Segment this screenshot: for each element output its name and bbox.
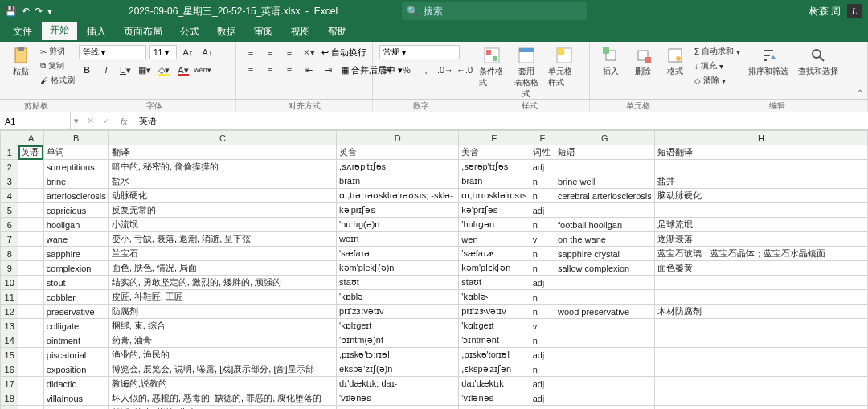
cell[interactable] [18, 232, 43, 247]
border-button[interactable]: ▦▾ [137, 63, 153, 77]
spreadsheet-grid[interactable]: ABCDEFGH1英语单词翻译英音美音词性短语短语翻译2surreptitiou… [0, 130, 868, 409]
name-box[interactable] [0, 112, 71, 129]
cell[interactable]: n [530, 247, 555, 261]
cell[interactable]: 词性 [530, 145, 555, 160]
tab-公式[interactable]: 公式 [172, 22, 207, 42]
row-header[interactable]: 8 [1, 247, 18, 261]
cell[interactable] [18, 160, 43, 174]
row-header[interactable]: 2 [1, 160, 18, 174]
cell[interactable]: adj [530, 348, 555, 362]
cell[interactable]: adj [530, 391, 555, 406]
cell[interactable]: daɪ'dæktɪk [459, 377, 530, 391]
cell[interactable]: ɪn'daɪt [459, 406, 530, 410]
cell[interactable] [18, 247, 43, 261]
tab-插入[interactable]: 插入 [79, 22, 114, 42]
align-left-icon[interactable]: ≡ [243, 63, 259, 77]
cell[interactable] [654, 406, 867, 410]
cell[interactable] [18, 218, 43, 232]
cell[interactable] [654, 362, 867, 377]
cell[interactable]: 暗中的, 秘密的, 偷偷摸摸的 [108, 160, 336, 174]
cell[interactable]: ,pɪskə'torɪəl [459, 348, 530, 362]
cell[interactable]: ,sʌrəp'tɪʃəs [337, 160, 459, 174]
cell[interactable] [654, 203, 867, 218]
cell[interactable]: adj [530, 377, 555, 391]
cell[interactable]: 兰宝石 [108, 247, 336, 261]
find-select-button[interactable]: 查找和选择 [795, 45, 841, 79]
cell[interactable]: 'sæfaɪə [337, 247, 459, 261]
cell[interactable]: staʊt [337, 276, 459, 290]
cell[interactable]: 'kɑlɪgeɪt [459, 319, 530, 333]
cell[interactable]: braɪn [337, 174, 459, 189]
cell[interactable]: v [530, 232, 555, 247]
cell[interactable] [18, 305, 43, 319]
col-header-A[interactable]: A [18, 131, 43, 145]
fill-color-button[interactable]: ◇▾ [156, 63, 172, 77]
cell[interactable]: adj [530, 276, 555, 290]
cell[interactable] [18, 348, 43, 362]
cell[interactable]: sapphire crystal [555, 247, 654, 261]
increase-font-icon[interactable]: A↑ [180, 45, 196, 59]
cell[interactable]: 'ɒɪntm(ə)nt [337, 333, 459, 348]
namebox-dropdown-icon[interactable]: ▾ [71, 116, 82, 126]
fx-icon[interactable]: fx [114, 117, 134, 126]
cell[interactable]: brine [43, 174, 108, 189]
row-header[interactable]: 14 [1, 333, 18, 348]
cell[interactable] [18, 333, 43, 348]
cell-styles-button[interactable]: 单元格样式 [545, 45, 583, 90]
formula-input-wrap[interactable] [134, 116, 868, 126]
row-header[interactable]: 18 [1, 391, 18, 406]
cell[interactable]: ,pɪskə'tɔ:rɪəl [337, 348, 459, 362]
tab-页面布局[interactable]: 页面布局 [116, 22, 170, 42]
row-header[interactable]: 7 [1, 232, 18, 247]
insert-cells-button[interactable]: 插入 [596, 45, 625, 79]
cell[interactable]: wane [43, 232, 108, 247]
row-header[interactable]: 17 [1, 377, 18, 391]
col-header-D[interactable]: D [337, 131, 459, 145]
increase-indent-icon[interactable]: ⇥ [320, 63, 336, 77]
cell[interactable]: didactic [43, 377, 108, 391]
row-header[interactable]: 4 [1, 189, 18, 203]
cell[interactable]: 变小, 亏缺, 衰落, 退潮, 消逝, 呈下弦 [108, 232, 336, 247]
cell[interactable]: 'kɒlɪgeɪt [337, 319, 459, 333]
cell[interactable]: kə'prɪʃəs [337, 203, 459, 218]
cell[interactable] [555, 276, 654, 290]
cell[interactable]: 足球流氓 [654, 218, 867, 232]
col-header-F[interactable]: F [530, 131, 555, 145]
number-format-select[interactable]: 常规 ▾ [379, 45, 460, 59]
cut-button[interactable]: ✂剪切 [39, 45, 76, 58]
cell[interactable]: n [530, 362, 555, 377]
tab-文件[interactable]: 文件 [5, 22, 40, 42]
cell[interactable]: braɪn [459, 174, 530, 189]
cell[interactable]: 'vɪlənəs [459, 391, 530, 406]
cell[interactable] [555, 362, 654, 377]
delete-cells-button[interactable]: 删除 [628, 45, 657, 79]
cell[interactable]: colligate [43, 319, 108, 333]
row-header[interactable]: 16 [1, 362, 18, 377]
cell[interactable]: kəm'plekʃ(ə)n [337, 261, 459, 276]
cell[interactable]: 捆绑, 束, 综合 [108, 319, 336, 333]
cell[interactable] [555, 333, 654, 348]
cell[interactable] [18, 406, 43, 410]
cell[interactable]: 'kɑblɚ [459, 290, 530, 305]
align-center-icon[interactable]: ≡ [262, 63, 278, 77]
cell[interactable]: 脑动脉硬化 [654, 189, 867, 203]
cell[interactable]: weɪn [337, 232, 459, 247]
cell[interactable] [654, 377, 867, 391]
cell[interactable]: n [530, 261, 555, 276]
user-name[interactable]: 树森 周 [809, 5, 841, 18]
cell[interactable]: 盐井 [654, 174, 867, 189]
cell[interactable] [18, 203, 43, 218]
tab-视图[interactable]: 视图 [283, 22, 318, 42]
cell[interactable]: kə'prɪʃəs [459, 203, 530, 218]
cell[interactable] [654, 160, 867, 174]
cell[interactable]: arteriosclerosis [43, 189, 108, 203]
sort-filter-button[interactable]: 排序和筛选 [745, 45, 792, 79]
cell[interactable] [654, 333, 867, 348]
cell[interactable]: prɪ'zɝvətɪv [459, 305, 530, 319]
row-header[interactable]: 10 [1, 276, 18, 290]
row-header[interactable]: 5 [1, 203, 18, 218]
cell[interactable]: n [530, 189, 555, 203]
cell[interactable]: 单词 [43, 145, 108, 160]
cell[interactable] [555, 203, 654, 218]
row-header[interactable]: 11 [1, 290, 18, 305]
